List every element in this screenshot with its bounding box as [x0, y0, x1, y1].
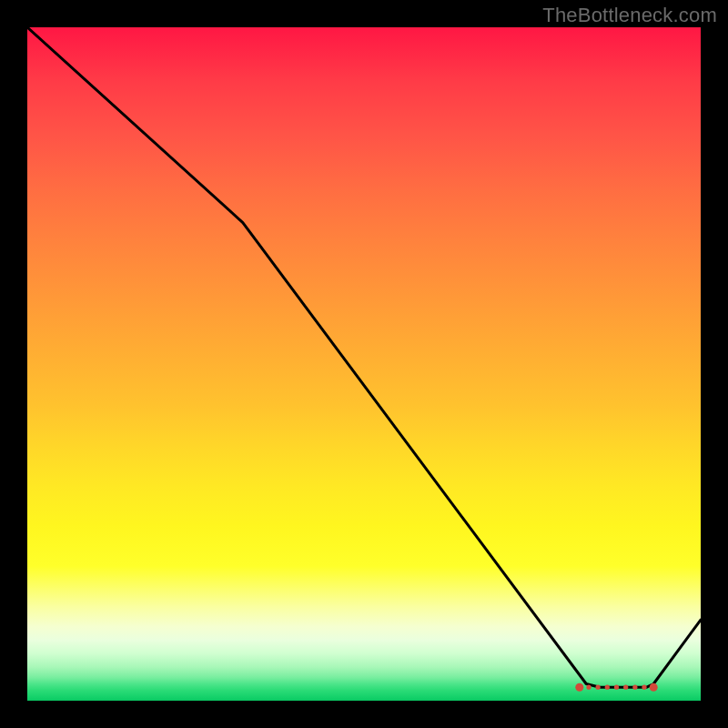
minimum-marker — [575, 683, 583, 692]
minimum-marker — [586, 685, 591, 690]
chart-overlay — [27, 27, 701, 701]
attribution-label: TheBottleneck.com — [542, 4, 717, 27]
bottleneck-curve — [27, 27, 701, 687]
minimum-marker — [596, 685, 601, 690]
minimum-marker — [623, 685, 628, 690]
minimum-marker — [650, 683, 658, 692]
minimum-marker — [614, 685, 619, 690]
viewport: TheBottleneck.com — [0, 0, 728, 728]
minimum-marker — [605, 685, 610, 690]
minimum-marker — [642, 685, 646, 690]
plot-area — [27, 27, 701, 701]
minimum-marker — [632, 685, 637, 690]
